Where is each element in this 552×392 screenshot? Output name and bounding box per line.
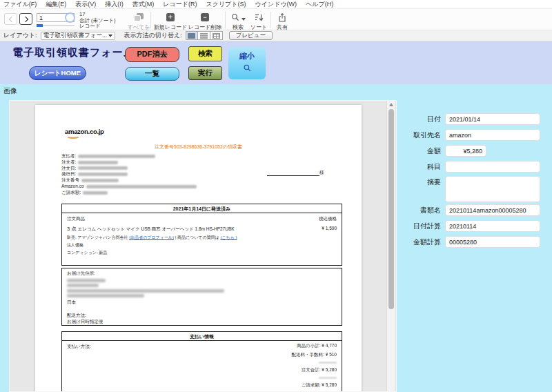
search-button[interactable]: 検索 bbox=[188, 46, 222, 61]
date-calc-label: 日付計算 bbox=[409, 220, 441, 232]
address-box: お届け先住所: 日本 配送方法: お届け日時指定便 bbox=[61, 268, 342, 326]
redacted-text bbox=[83, 191, 108, 195]
form-view-button[interactable] bbox=[186, 31, 198, 40]
list-view-button[interactable] bbox=[198, 31, 210, 40]
menu-records[interactable]: レコード(R) bbox=[163, 0, 197, 9]
search-icon bbox=[231, 13, 239, 21]
found-set-pie-icon[interactable] bbox=[65, 12, 75, 23]
amount-label: 金額 bbox=[409, 145, 441, 157]
receipt-page: amazon.co.jp 注文番号503-8298636-3791052の領収書… bbox=[35, 105, 362, 392]
pdf-image-container[interactable]: amazon.co.jp 注文番号503-8298636-3791052の領収書… bbox=[9, 100, 397, 392]
find-button[interactable]: 検索 bbox=[228, 12, 248, 31]
item-description: 3 点 エレコム ヘッドセット マイク USB 両耳 オーバーヘッド 1.8m … bbox=[67, 226, 235, 233]
shipment-box: 2021年1月14日に発送済み 注文商品 税込価格 3 点 エレコム ヘッドセッ… bbox=[61, 204, 342, 266]
pdf-clear-button[interactable]: PDF消去 bbox=[125, 47, 179, 62]
menu-insert[interactable]: 挿入(I) bbox=[105, 0, 124, 9]
doc-name-field[interactable]: 20210114amazon00005280 bbox=[445, 204, 540, 216]
payment-totals: 商品の小計: ¥ 4,770 配送料・手数料: ¥ 510 注文合計: ¥ 5,… bbox=[292, 343, 337, 391]
shipment-header: 2021年1月14日に発送済み bbox=[62, 204, 342, 213]
amount-calc-field[interactable]: 00005280 bbox=[445, 236, 540, 248]
share-button[interactable]: 共有 bbox=[273, 12, 291, 31]
fields-panel: 日付 2021/01/14 取引先名 amazon 金額 ¥5,280 科目 摘… bbox=[409, 110, 547, 276]
image-section-label: 画像 bbox=[3, 86, 17, 96]
totals-divider bbox=[319, 378, 337, 380]
note-field[interactable] bbox=[445, 176, 540, 202]
ship-method: お届け日時指定便 bbox=[67, 319, 337, 325]
form-header: 電子取引領収書フォーム レシートHOME PDF消去 一覧 検索 実行 縮小 bbox=[0, 41, 552, 84]
previous-record-button[interactable] bbox=[4, 13, 17, 25]
chevron-right-icon bbox=[22, 16, 28, 21]
redacted-text bbox=[78, 173, 128, 176]
note-label: 摘要 bbox=[409, 176, 441, 202]
seller-profile-link[interactable]: (出品者のプロフィール) bbox=[129, 235, 174, 239]
address-country: 日本 bbox=[67, 300, 337, 306]
slider-handle[interactable] bbox=[37, 24, 43, 27]
chevron-down-icon bbox=[108, 35, 112, 37]
billed-value: ¥ 5,280 bbox=[322, 382, 337, 387]
menu-view[interactable]: 表示(V) bbox=[75, 0, 96, 9]
scroll-up-arrow-icon[interactable] bbox=[389, 103, 393, 106]
delete-record-icon bbox=[201, 13, 209, 21]
preview-button[interactable]: プレビュー bbox=[229, 31, 273, 40]
vertical-scrollbar[interactable] bbox=[386, 101, 395, 392]
subject-label: 科目 bbox=[409, 161, 441, 173]
record-count-block: 17 合計 (未ソート) レコード bbox=[79, 12, 115, 30]
item-price: ¥ 1,590 bbox=[322, 226, 337, 233]
menu-help[interactable]: ヘルプ(H) bbox=[306, 0, 333, 9]
layout-label: レイアウト: bbox=[3, 31, 37, 40]
redacted-text bbox=[78, 161, 118, 164]
doc-name-label: 書類名 bbox=[409, 204, 441, 216]
amount-field[interactable]: ¥5,280 bbox=[445, 145, 486, 157]
shrink-button[interactable]: 縮小 bbox=[228, 47, 266, 79]
redacted-text bbox=[81, 179, 119, 182]
magnifier-icon bbox=[243, 63, 252, 72]
view-switch-group bbox=[186, 31, 223, 40]
payment-method-label: 支払い方法: bbox=[67, 344, 90, 350]
new-record-button[interactable]: 新規レコード bbox=[153, 12, 188, 31]
seller-line: 販売: アマゾンジャパン合同会社 (出品者のプロフィール) | 商品についての質… bbox=[67, 235, 337, 241]
redacted-text bbox=[86, 185, 197, 188]
list-button[interactable]: 一覧 bbox=[125, 67, 179, 81]
chevron-left-icon bbox=[8, 16, 14, 21]
date-field[interactable]: 2021/01/14 bbox=[445, 113, 540, 125]
order-receipt-title: 注文番号503-8298636-3791052の領収書 bbox=[35, 144, 362, 150]
layout-dropdown[interactable]: 電子取引領収書フォー... bbox=[41, 32, 115, 40]
order-item-label: 注文商品 bbox=[67, 216, 85, 222]
scrollbar-thumb[interactable] bbox=[388, 109, 394, 309]
addressee-line: 様 bbox=[267, 170, 324, 176]
new-record-icon bbox=[166, 13, 175, 21]
delete-record-button[interactable]: レコード削除 bbox=[188, 12, 222, 31]
vendor-label: 取引先名 bbox=[409, 129, 441, 141]
menu-format[interactable]: 書式(M) bbox=[132, 0, 155, 9]
sort-button[interactable]: ソート bbox=[250, 12, 268, 31]
menu-scripts[interactable]: スクリプト(S) bbox=[206, 0, 246, 9]
filemaker-window: ファイル(F) 編集(E) 表示(V) 挿入(I) 書式(M) レコード(R) … bbox=[0, 0, 552, 392]
tax-price-label: 税込価格 bbox=[319, 216, 337, 222]
question-link[interactable]: (こちら ) bbox=[220, 235, 237, 239]
menu-window[interactable]: ウインドウ(W) bbox=[255, 0, 297, 9]
layout-bar: レイアウト: 電子取引領収書フォー... 表示方法の切り替え: プレビュー bbox=[0, 30, 552, 41]
toolbar-separator bbox=[150, 12, 151, 28]
record-slider[interactable] bbox=[37, 24, 75, 27]
subject-field[interactable] bbox=[445, 161, 540, 173]
status-toolbar: 17 合計 (未ソート) レコード すべてを表示 新規レコード レコード削除 検… bbox=[0, 9, 552, 30]
vendor-field[interactable]: amazon bbox=[445, 129, 540, 141]
shipping-value: ¥ 510 bbox=[326, 352, 337, 357]
menu-bar: ファイル(F) 編集(E) 表示(V) 挿入(I) 書式(M) レコード(R) … bbox=[0, 0, 552, 9]
redacted-text bbox=[67, 279, 106, 282]
receipt-home-button[interactable]: レシートHOME bbox=[29, 66, 86, 80]
show-all-icon bbox=[134, 13, 144, 21]
redacted-text bbox=[78, 155, 155, 158]
records-label: レコード bbox=[79, 23, 115, 30]
menu-edit[interactable]: 編集(E) bbox=[46, 0, 66, 9]
ship-method-label: 配送方法: bbox=[67, 313, 337, 319]
toolbar-separator bbox=[270, 12, 271, 28]
date-calc-field[interactable]: 20210114 bbox=[445, 220, 540, 232]
redacted-text bbox=[78, 166, 128, 170]
execute-button[interactable]: 実行 bbox=[188, 66, 222, 80]
menu-file[interactable]: ファイル(F) bbox=[3, 0, 37, 9]
order-total-value: ¥ 5,280 bbox=[322, 367, 337, 372]
next-record-button[interactable] bbox=[19, 13, 32, 25]
payment-header: 支払い情報 bbox=[62, 332, 342, 341]
table-view-button[interactable] bbox=[210, 31, 223, 40]
